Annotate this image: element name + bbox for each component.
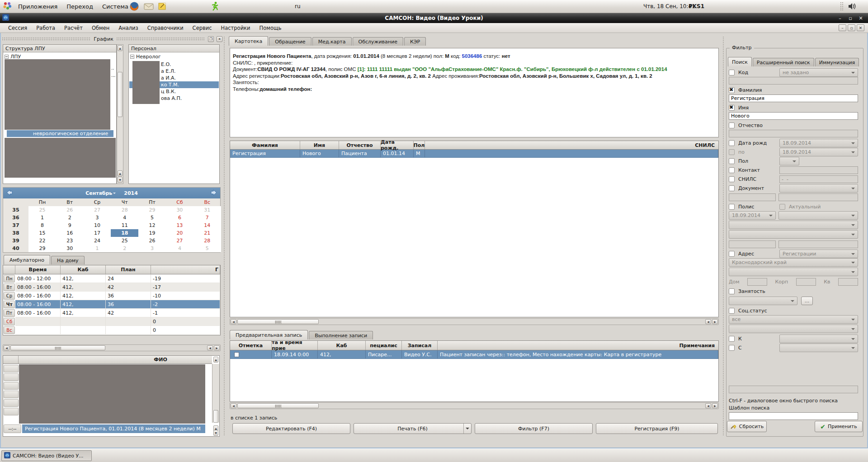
taskbar-window-button[interactable]: САМСОН: Видео (Видео У... — [1, 450, 92, 461]
calendar-day[interactable]: 22 — [28, 237, 56, 245]
scroll-up-icon[interactable]: ▲ — [118, 45, 123, 51]
queue-row-selected[interactable]: Регистрация Нового Пациента, 01.01.2014 … — [22, 424, 205, 433]
mdi-close-icon[interactable]: ✕ — [857, 24, 864, 31]
calendar-day[interactable]: 23 — [56, 237, 84, 245]
social-type-combo[interactable] — [729, 325, 858, 333]
calendar-day[interactable]: 24 — [84, 237, 111, 245]
table-cell-selected[interactable]: 412, — [61, 300, 106, 309]
row-header[interactable] — [4, 365, 19, 372]
registration-button[interactable]: Регистрация (F9) — [596, 423, 718, 434]
code-checkbox[interactable] — [729, 70, 735, 75]
calendar-day[interactable]: 17 — [84, 229, 111, 237]
table-cell[interactable] — [61, 317, 106, 326]
k-checkbox[interactable] — [729, 336, 735, 342]
s-checkbox[interactable] — [729, 345, 735, 351]
schedule-dock-titlebar[interactable]: График ❐ ✕ — [2, 35, 222, 42]
firstname-input[interactable] — [729, 112, 858, 120]
address-region-combo[interactable]: Краснодарский край — [729, 258, 858, 267]
table-cell[interactable]: 08:00 - 16:00 — [15, 283, 61, 292]
calendar-day[interactable]: 26 — [56, 206, 84, 214]
row-header[interactable] — [4, 373, 19, 381]
table-cell-selected[interactable]: -2 — [151, 300, 220, 309]
menu-exchange[interactable]: Обмен — [87, 23, 114, 33]
patients-hscrollbar[interactable]: ◀ ◀ ▶ — [230, 318, 719, 325]
table-cell[interactable]: 08:00 - 16:00 — [15, 292, 61, 300]
policy-series-input[interactable] — [729, 240, 776, 248]
reset-button[interactable]: Сбросить — [727, 421, 767, 432]
panel-menu-places[interactable]: Переход — [62, 0, 98, 13]
row-header[interactable] — [4, 399, 19, 407]
panel-clock[interactable]: Чтв, 18 Сен, 10:41 — [643, 3, 695, 9]
scroll-grip[interactable] — [237, 319, 319, 324]
tab-appointment-done[interactable]: Выполнение записи — [309, 331, 373, 339]
tree-expander-icon[interactable] — [130, 55, 134, 59]
contact-checkbox[interactable] — [729, 167, 735, 173]
policy-actual-checkbox[interactable] — [779, 204, 785, 210]
employment-checkbox[interactable] — [729, 288, 735, 294]
table-cell-selected[interactable]: 08:00 - 16:00 — [15, 300, 61, 309]
menu-settings[interactable]: Настройки — [217, 23, 255, 33]
menu-help[interactable]: Помощь — [255, 23, 286, 33]
sex-checkbox[interactable] — [729, 158, 735, 164]
table-cell[interactable]: 0 — [151, 326, 220, 335]
calendar-day[interactable]: 29 — [28, 245, 56, 252]
mail-launcher-icon[interactable] — [144, 3, 154, 11]
birthdate-checkbox[interactable] — [729, 140, 735, 146]
mdi-restore-icon[interactable]: ▫ — [848, 24, 855, 31]
window-titlebar[interactable]: САМСОН: Видео (Видео Уроки) – ▫ ✕ — [0, 13, 868, 23]
applications-menu-icon[interactable] — [3, 1, 12, 12]
appointments-hscrollbar[interactable]: ◀ ◀ ▶ — [230, 402, 719, 409]
mark-checkbox[interactable] — [234, 352, 239, 357]
table-cell[interactable]: -19 — [151, 274, 220, 283]
tab-med-card[interactable]: Мед.карта — [312, 37, 352, 46]
table-cell[interactable] — [15, 317, 61, 326]
tree-item-neurology-dept[interactable]: неврологическое отделение — [7, 130, 113, 137]
table-cell[interactable]: -17 — [151, 283, 220, 292]
policy-insurer-combo[interactable] — [729, 221, 858, 229]
scroll-left-icon[interactable]: ◀ — [231, 403, 236, 408]
scroll-left-icon[interactable]: ◀ — [705, 403, 711, 408]
address-city-combo[interactable] — [729, 268, 858, 276]
calendar-day[interactable]: 3 — [138, 245, 166, 252]
s-combo[interactable] — [779, 344, 858, 352]
calendar-day[interactable]: 30 — [56, 245, 84, 252]
document-number-input[interactable] — [778, 193, 858, 201]
calendar-day[interactable]: 16 — [56, 229, 84, 237]
notes-launcher-icon[interactable] — [158, 2, 166, 12]
personnel-tree-root[interactable]: Невролог — [129, 52, 219, 61]
table-cell[interactable]: 42 — [106, 283, 151, 292]
scroll-right-icon[interactable]: ▶ — [712, 403, 718, 408]
table-cell[interactable]: 412, — [61, 283, 106, 292]
apply-button[interactable]: ✔ Применить — [815, 421, 863, 432]
scroll-left-icon[interactable]: ◀ — [705, 319, 711, 324]
employment-more-button[interactable]: ... — [801, 297, 813, 305]
social-kind-combo[interactable]: все — [729, 315, 858, 324]
table-cell[interactable]: 412, — [61, 292, 106, 300]
edit-button[interactable]: Редактировать (F4) — [232, 423, 350, 434]
mdi-minimize-icon[interactable]: – — [839, 24, 846, 31]
lastname-checkbox[interactable] — [729, 87, 735, 93]
scroll-down-icon[interactable]: ▼ — [118, 177, 123, 183]
scroll-left-icon[interactable]: ◀ — [231, 319, 236, 324]
scroll-grip[interactable] — [237, 403, 319, 408]
patients-row-selected[interactable]: Регистрация Нового Пациента 01.01.14 М — [230, 150, 718, 158]
scroll-up-icon[interactable]: ▲ — [118, 170, 123, 176]
tab-service[interactable]: Обслуживание — [353, 37, 403, 46]
calendar-day[interactable]: 1 — [84, 245, 111, 252]
maximize-icon[interactable]: ▫ — [846, 14, 855, 22]
menu-calc[interactable]: Расчёт — [60, 23, 87, 33]
patronymic-checkbox[interactable] — [729, 123, 735, 128]
appointments-row-selected[interactable]: 18.09.14 0:00 412, Писаре... Видео У.С. … — [230, 350, 718, 359]
print-button[interactable]: Печать (F6) — [354, 423, 472, 434]
table-cell[interactable]: 0 — [151, 317, 220, 326]
calendar-day[interactable]: 3 — [84, 214, 111, 222]
tab-visit[interactable]: Обращение — [269, 37, 311, 46]
filter-button[interactable]: Фильтр (F7) — [475, 423, 593, 434]
sex-combo[interactable] — [779, 157, 799, 165]
calendar-day[interactable]: 20 — [166, 229, 193, 237]
calendar-day[interactable]: 7 — [193, 214, 221, 222]
calendar-day[interactable]: 11 — [111, 222, 138, 229]
tab-advanced-search[interactable]: Расширенный поиск — [753, 58, 814, 66]
firstname-checkbox[interactable] — [729, 105, 735, 111]
menu-session[interactable]: Сессия — [4, 23, 32, 33]
